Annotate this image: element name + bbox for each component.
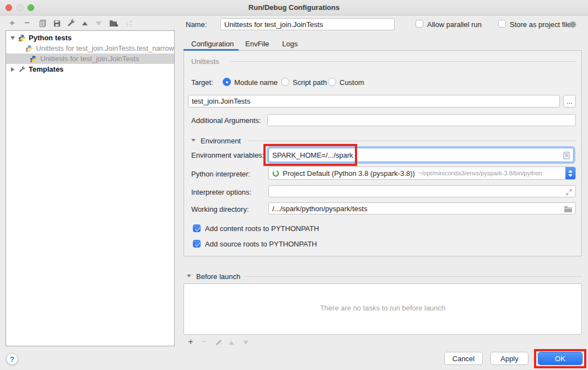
minus-icon: − — [24, 18, 30, 28]
tab-configuration[interactable]: Configuration — [191, 40, 234, 48]
before-launch-empty-message: There are no tasks to run before launch — [184, 304, 581, 312]
add-source-roots-label: Add source roots to PYTHONPATH — [205, 240, 317, 248]
working-directory-input[interactable]: /.../spark/python/pyspark/tests — [268, 202, 576, 215]
expand-editor-button[interactable] — [565, 188, 573, 196]
store-as-project-file-checkbox[interactable] — [498, 20, 506, 28]
browse-module-button[interactable]: ... — [563, 95, 576, 108]
interpreter-options-input[interactable] — [268, 185, 576, 197]
expand-icon — [565, 189, 573, 196]
tree-item-python-tests[interactable]: Python tests — [6, 33, 174, 43]
name-label: Name: — [186, 20, 207, 29]
minus-icon: − — [201, 337, 207, 347]
expand-icon[interactable] — [11, 67, 14, 72]
title-bar: Run/Debug Configurations — [0, 0, 588, 15]
active-tab-underline — [184, 49, 239, 51]
radio-module-name[interactable] — [223, 78, 231, 86]
add-content-roots-checkbox[interactable] — [193, 224, 201, 232]
tab-logs[interactable]: Logs — [282, 40, 298, 48]
move-task-down-button — [241, 337, 250, 347]
run-debug-configurations-dialog: Run/Debug Configurations + − ↓az Python … — [0, 0, 588, 370]
section-divider — [244, 276, 582, 277]
tree-item-templates[interactable]: Templates — [6, 64, 174, 74]
plus-icon: + — [9, 18, 15, 28]
remove-task-button: − — [199, 337, 208, 347]
environment-section-label: Environment — [201, 137, 241, 145]
edit-templates-button[interactable] — [66, 18, 76, 28]
remove-configuration-button[interactable]: − — [22, 18, 32, 28]
variables-list-icon — [563, 152, 570, 159]
edit-env-vars-button[interactable] — [562, 151, 571, 160]
sort-configurations-button: ↓az — [123, 18, 134, 28]
create-folder-button[interactable] — [108, 18, 119, 28]
working-directory-label: Working directory: — [191, 205, 249, 213]
move-task-up-button — [227, 337, 236, 347]
cancel-button[interactable]: Cancel — [444, 352, 483, 365]
arrow-up-icon — [229, 341, 234, 345]
pencil-icon — [215, 339, 222, 346]
collapse-icon[interactable] — [10, 36, 15, 40]
tree-item-label: Unittests for test_join.JoinTests — [40, 55, 139, 63]
before-launch-section-label: Before launch — [196, 272, 240, 281]
add-content-roots-label: Add content roots to PYTHONPATH — [205, 224, 319, 233]
tab-envfile[interactable]: EnvFile — [245, 40, 269, 48]
python-run-config-icon — [25, 45, 33, 52]
interpreter-options-label: Interpreter options: — [191, 188, 251, 196]
ok-button[interactable]: OK — [538, 352, 582, 365]
module-name-input[interactable] — [188, 95, 560, 108]
radio-script-path-label: Script path — [293, 78, 327, 87]
radio-custom-label: Custom — [339, 78, 364, 87]
interpreter-stepper-button[interactable] — [565, 167, 575, 179]
tree-item-label: Unittests for test_join.JoinTests.test_n… — [36, 44, 174, 52]
allow-parallel-run-checkbox[interactable] — [416, 20, 423, 28]
additional-arguments-input[interactable] — [267, 114, 576, 126]
save-icon — [53, 19, 61, 28]
environment-variables-value: SPARK_HOME=/.../spark — [272, 151, 353, 159]
store-as-project-file-label: Store as project file — [510, 20, 571, 29]
conda-env-icon — [272, 170, 279, 177]
python-interpreter-label: Python interpreter: — [191, 170, 250, 178]
store-options-button[interactable] — [568, 19, 578, 29]
wrench-icon — [67, 19, 75, 28]
edit-task-button — [214, 337, 223, 347]
environment-variables-input[interactable]: SPARK_HOME=/.../spark — [268, 148, 574, 162]
arrow-down-icon — [96, 22, 101, 25]
add-source-roots-checkbox[interactable] — [193, 240, 201, 248]
python-interpreter-path: ~/opt/miniconda3/envs/pyspark-3.8/bin/py… — [418, 170, 542, 176]
tree-item-label: Python tests — [29, 34, 72, 42]
folder-icon — [564, 206, 573, 213]
move-up-button[interactable] — [80, 18, 90, 28]
add-task-button[interactable]: + — [186, 337, 195, 347]
gear-icon — [569, 20, 577, 29]
copy-configuration-button[interactable] — [37, 18, 47, 28]
new-folder-icon — [109, 19, 118, 28]
section-divider — [248, 141, 576, 141]
chevron-up-icon — [568, 170, 573, 173]
arrow-up-icon — [82, 22, 88, 25]
arrow-down-icon — [243, 341, 249, 345]
help-button[interactable]: ? — [6, 353, 18, 365]
environment-collapse-icon[interactable] — [191, 139, 196, 142]
tree-item-unittest-narrow[interactable]: Unittests for test_join.JoinTests.test_n… — [6, 43, 174, 53]
add-configuration-button[interactable]: + — [7, 18, 17, 28]
before-launch-task-list[interactable]: There are no tasks to run before launch — [184, 283, 582, 335]
radio-custom[interactable] — [328, 78, 336, 86]
browse-directory-button[interactable] — [564, 205, 573, 213]
tree-item-unittest-jointests-selected[interactable]: Unittests for test_join.JoinTests — [6, 53, 174, 64]
python-interpreter-select[interactable]: Project Default (Python 3.8 (pyspark-3.8… — [268, 167, 576, 180]
tree-item-label: Templates — [29, 65, 63, 73]
target-label: Target: — [191, 78, 213, 87]
apply-button[interactable]: Apply — [490, 352, 528, 365]
templates-wrench-icon — [18, 66, 26, 73]
save-configuration-button[interactable] — [52, 18, 62, 28]
name-input[interactable] — [220, 18, 395, 30]
move-down-button — [94, 18, 104, 28]
python-interpreter-value: Project Default (Python 3.8 (pyspark-3.8… — [283, 169, 415, 178]
copy-icon — [39, 19, 47, 28]
before-launch-collapse-icon[interactable] — [187, 275, 191, 277]
allow-parallel-run-label: Allow parallel run — [427, 20, 482, 29]
radio-module-name-label: Module name — [234, 78, 278, 87]
radio-script-path[interactable] — [281, 78, 289, 86]
group-divider — [230, 61, 576, 62]
sort-az-icon: ↓az — [126, 19, 132, 28]
configurations-tree: Python tests Unittests for test_join.Joi… — [6, 30, 175, 346]
